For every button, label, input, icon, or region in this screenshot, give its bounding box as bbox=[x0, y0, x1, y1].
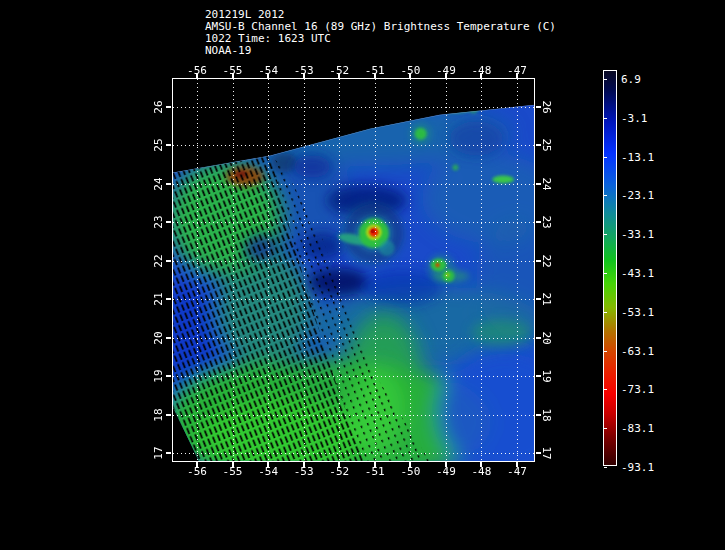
lat-gridline bbox=[173, 338, 534, 339]
lat-gridline bbox=[173, 453, 534, 454]
lon-tick-label-top: -51 bbox=[365, 64, 385, 77]
colorbar-tick bbox=[604, 273, 607, 274]
lat-tick-label-right: 21 bbox=[540, 293, 553, 306]
colorbar-tick bbox=[604, 195, 607, 196]
lat-tick-label-right: 17 bbox=[540, 446, 553, 459]
lon-gridline bbox=[481, 79, 482, 461]
lat-axis-tick-left bbox=[166, 337, 171, 339]
lat-tick-label-left: 26 bbox=[152, 100, 165, 113]
lat-tick-label-left: 19 bbox=[152, 369, 165, 382]
lon-gridline bbox=[410, 79, 411, 461]
lat-tick-label-right: 22 bbox=[540, 254, 553, 267]
figure-canvas: 201219L 2012 AMSU-B Channel 16 (89 GHz) … bbox=[0, 0, 725, 550]
lon-tick-label-top: -48 bbox=[472, 64, 492, 77]
colorbar-tick-label: -63.1 bbox=[621, 344, 654, 357]
colorbar-gradient bbox=[604, 71, 616, 465]
colorbar-tick bbox=[604, 157, 607, 158]
lat-axis-tick-left bbox=[166, 452, 171, 454]
lat-tick-label-right: 20 bbox=[540, 331, 553, 344]
lon-tick-label-top: -55 bbox=[223, 64, 243, 77]
satellite-line: NOAA-19 bbox=[205, 45, 251, 57]
lon-tick-label-top: -54 bbox=[258, 64, 278, 77]
lat-tick-label-left: 23 bbox=[152, 216, 165, 229]
colorbar-tick bbox=[604, 79, 607, 80]
lon-gridline bbox=[517, 79, 518, 461]
lat-axis-tick-left bbox=[166, 375, 171, 377]
lat-gridline bbox=[173, 145, 534, 146]
lon-tick-label-bottom: -50 bbox=[400, 465, 420, 478]
lat-gridline bbox=[173, 222, 534, 223]
lat-axis-tick-left bbox=[166, 414, 171, 416]
lon-tick-label-bottom: -52 bbox=[329, 465, 349, 478]
lat-tick-label-right: 18 bbox=[540, 408, 553, 421]
colorbar-tick-label: -73.1 bbox=[621, 383, 654, 396]
lat-gridline bbox=[173, 107, 534, 108]
lat-tick-label-left: 25 bbox=[152, 139, 165, 152]
lon-tick-label-bottom: -53 bbox=[294, 465, 314, 478]
lon-gridline bbox=[375, 79, 376, 461]
lon-gridline bbox=[268, 79, 269, 461]
lon-tick-label-bottom: -54 bbox=[258, 465, 278, 478]
lat-axis-tick-left bbox=[166, 260, 171, 262]
lat-tick-label-left: 22 bbox=[152, 254, 165, 267]
lon-tick-label-top: -49 bbox=[436, 64, 456, 77]
lat-tick-label-left: 24 bbox=[152, 177, 165, 190]
lat-tick-label-right: 23 bbox=[540, 216, 553, 229]
colorbar-tick-label: -83.1 bbox=[621, 422, 654, 435]
colorbar-tick bbox=[604, 312, 607, 313]
lon-gridline bbox=[339, 79, 340, 461]
lon-gridline bbox=[233, 79, 234, 461]
lon-tick-label-top: -47 bbox=[507, 64, 527, 77]
lat-axis-tick-left bbox=[166, 183, 171, 185]
colorbar-tick-label: -53.1 bbox=[621, 305, 654, 318]
lat-tick-label-left: 17 bbox=[152, 446, 165, 459]
colorbar-tick-label: -93.1 bbox=[621, 461, 654, 474]
lat-gridline bbox=[173, 184, 534, 185]
colorbar-tick-label: -23.1 bbox=[621, 189, 654, 202]
colorbar-tick bbox=[604, 234, 607, 235]
lon-gridline bbox=[446, 79, 447, 461]
lat-axis-tick-left bbox=[166, 144, 171, 146]
colorbar-tick-label: -13.1 bbox=[621, 150, 654, 163]
lat-gridline bbox=[173, 376, 534, 377]
lon-tick-label-bottom: -49 bbox=[436, 465, 456, 478]
lat-gridline bbox=[173, 261, 534, 262]
lon-tick-label-top: -52 bbox=[329, 64, 349, 77]
lat-gridline bbox=[173, 415, 534, 416]
lon-tick-label-bottom: -47 bbox=[507, 465, 527, 478]
colorbar-tick bbox=[604, 118, 607, 119]
colorbar-tick bbox=[604, 389, 607, 390]
colorbar-tick-label: -43.1 bbox=[621, 267, 654, 280]
colorbar-tick-label: -3.1 bbox=[621, 111, 648, 124]
lon-tick-label-bottom: -55 bbox=[223, 465, 243, 478]
lat-tick-label-left: 21 bbox=[152, 293, 165, 306]
colorbar-tick bbox=[604, 467, 607, 468]
lon-tick-label-top: -50 bbox=[400, 64, 420, 77]
lat-axis-tick-left bbox=[166, 298, 171, 300]
colorbar-tick-label: -33.1 bbox=[621, 228, 654, 241]
lat-tick-label-left: 20 bbox=[152, 331, 165, 344]
lon-tick-label-bottom: -56 bbox=[187, 465, 207, 478]
colorbar-tick-label: 6.9 bbox=[621, 73, 641, 86]
colorbar-tick bbox=[604, 428, 607, 429]
lat-tick-label-left: 18 bbox=[152, 408, 165, 421]
lon-gridline bbox=[197, 79, 198, 461]
lat-axis-tick-left bbox=[166, 106, 171, 108]
lon-gridline bbox=[304, 79, 305, 461]
lat-gridline bbox=[173, 299, 534, 300]
lon-tick-label-bottom: -48 bbox=[472, 465, 492, 478]
colorbar bbox=[603, 70, 617, 466]
lat-tick-label-right: 19 bbox=[540, 369, 553, 382]
lon-tick-label-top: -53 bbox=[294, 64, 314, 77]
colorbar-tick bbox=[604, 351, 607, 352]
lat-tick-label-right: 25 bbox=[540, 139, 553, 152]
lat-tick-label-right: 26 bbox=[540, 100, 553, 113]
lat-tick-label-right: 24 bbox=[540, 177, 553, 190]
lat-axis-tick-left bbox=[166, 221, 171, 223]
lon-tick-label-bottom: -51 bbox=[365, 465, 385, 478]
lon-tick-label-top: -56 bbox=[187, 64, 207, 77]
